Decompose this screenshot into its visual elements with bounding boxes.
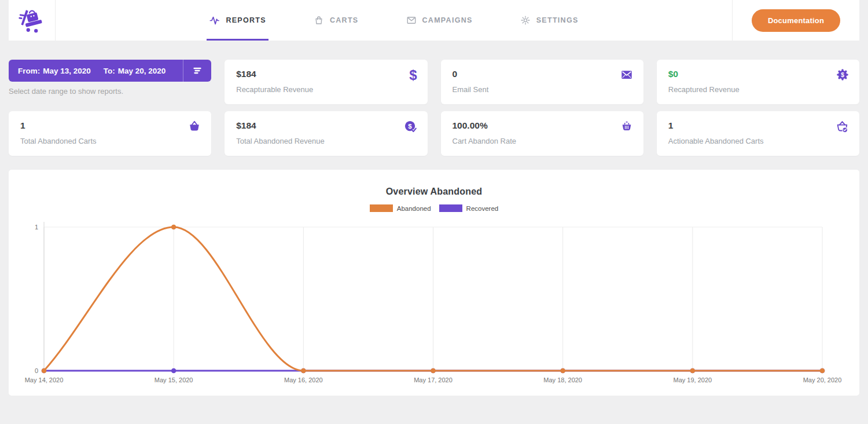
legend-swatch <box>370 204 393 212</box>
app-logo[interactable] <box>9 0 56 41</box>
legend-swatch <box>439 204 462 212</box>
data-point-abandoned <box>690 368 696 374</box>
from-value: May 13, 2020 <box>43 67 91 75</box>
date-range-picker[interactable]: From: May 13, 2020 To: May 20, 2020 <box>9 60 211 82</box>
tab-label: SETTINGS <box>536 16 579 24</box>
tab-settings[interactable]: SETTINGS <box>518 0 581 41</box>
date-filter-cell: From: May 13, 2020 To: May 20, 2020 Sele… <box>9 60 211 104</box>
from-label: From: <box>18 67 40 75</box>
svg-text:$: $ <box>841 72 844 78</box>
basket-icon <box>188 120 201 135</box>
x-tick-label: May 18, 2020 <box>543 377 582 383</box>
basket-stripes-icon <box>620 120 633 135</box>
chart-panel: Overview Abandoned AbandonedRecovered 01… <box>9 170 859 396</box>
dollar-icon: $ <box>409 68 417 82</box>
stat-card-recaptured-revenue: $0Recaptured Revenue$ <box>657 60 859 104</box>
tab-label: REPORTS <box>226 16 266 24</box>
envelope-icon <box>406 15 417 25</box>
stat-value: 0 <box>453 69 632 79</box>
stat-value: $184 <box>236 120 415 131</box>
stat-label: Cart Abandon Rate <box>453 137 632 145</box>
stat-card-recapturable-revenue: $184Recapturable Revenue$ <box>225 60 427 104</box>
tab-campaigns[interactable]: CAMPAIGNS <box>404 0 475 41</box>
date-hint: Select date range to show reports. <box>9 87 211 96</box>
legend-item-abandoned: Abandoned <box>370 204 431 212</box>
stat-label: Total Abandoned Revenue <box>236 137 415 145</box>
legend-label: Recovered <box>466 205 499 212</box>
envelope-filled-icon <box>620 68 633 83</box>
tab-reports[interactable]: REPORTS <box>207 0 269 41</box>
stat-value: $0 <box>668 69 848 79</box>
y-tick-label: 0 <box>35 367 38 374</box>
top-header: REPORTSCARTSCAMPAIGNSSETTINGS Documentat… <box>9 0 859 41</box>
legend-item-recovered: Recovered <box>439 204 499 212</box>
filter-icon[interactable] <box>183 60 211 82</box>
stat-card-email-sent: 0Email Sent <box>441 60 643 104</box>
x-tick-label: May 20, 2020 <box>803 377 842 383</box>
data-point-abandoned <box>560 368 565 374</box>
to-label: To: <box>104 67 115 75</box>
chart-container: 01May 14, 2020May 15, 2020May 16, 2020Ma… <box>9 219 859 394</box>
header-right: Documentation <box>732 0 859 41</box>
stat-label: Actionable Abandoned Carts <box>668 137 848 145</box>
coin-check-icon: $ <box>404 120 417 136</box>
activity-icon <box>209 15 220 26</box>
stat-label: Recaptured Revenue <box>668 85 848 94</box>
stat-label: Recapturable Revenue <box>236 85 415 94</box>
stats-grid: From: May 13, 2020 To: May 20, 2020 Sele… <box>9 60 859 156</box>
x-tick-label: May 15, 2020 <box>155 377 193 383</box>
stat-value: 1 <box>668 120 848 131</box>
x-tick-label: May 17, 2020 <box>414 377 453 383</box>
x-tick-label: May 19, 2020 <box>674 377 712 383</box>
badge-dollar-icon: $ <box>836 68 849 83</box>
chart-title: Overview Abandoned <box>9 187 859 197</box>
data-point-abandoned <box>431 368 436 374</box>
data-point-abandoned <box>42 368 47 374</box>
x-tick-label: May 14, 2020 <box>25 377 64 383</box>
stat-label: Total Abandoned Carts <box>20 137 200 145</box>
stat-card-total-abandoned-revenue: $184Total Abandoned Revenue$ <box>225 111 427 156</box>
tab-carts[interactable]: CARTS <box>311 0 361 41</box>
cart-logo-icon <box>19 7 45 34</box>
legend-label: Abandoned <box>397 205 431 212</box>
shopping-bag-icon <box>314 15 324 25</box>
gear-icon <box>520 15 531 25</box>
stat-label: Email Sent <box>453 85 632 94</box>
stat-value: 1 <box>20 120 200 131</box>
tab-label: CARTS <box>330 16 359 24</box>
main-nav: REPORTSCARTSCAMPAIGNSSETTINGS <box>56 0 732 41</box>
data-point-recovered <box>171 368 176 374</box>
svg-text:$: $ <box>408 123 412 130</box>
chart-legend: AbandonedRecovered <box>9 204 859 212</box>
to-value: May 20, 2020 <box>118 67 166 75</box>
stat-card-actionable-abandoned-carts: 1Actionable Abandoned Carts <box>657 111 859 156</box>
stat-card-cart-abandon-rate: 100.00%Cart Abandon Rate <box>441 111 643 156</box>
x-tick-label: May 16, 2020 <box>284 377 323 383</box>
data-point-abandoned <box>301 368 306 374</box>
stat-value: 100.00% <box>453 120 632 131</box>
stat-card-total-abandoned-carts: 1Total Abandoned Carts <box>9 111 211 156</box>
stat-value: $184 <box>236 69 415 79</box>
data-point-abandoned <box>171 225 176 230</box>
tab-label: CAMPAIGNS <box>422 16 473 24</box>
overview-abandoned-chart: 01May 14, 2020May 15, 2020May 16, 2020Ma… <box>9 219 859 392</box>
documentation-button[interactable]: Documentation <box>752 9 840 32</box>
data-point-abandoned <box>820 368 825 374</box>
basket-check-icon <box>836 120 849 136</box>
y-tick-label: 1 <box>35 224 38 231</box>
